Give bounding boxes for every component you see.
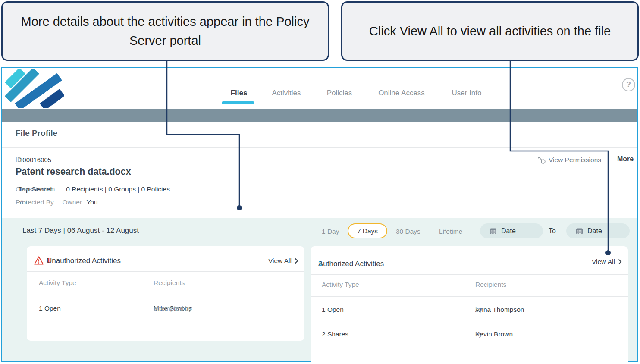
annotated-screenshot: More details about the activities appear… <box>0 0 640 364</box>
recipient-prefix: attempted by <box>154 304 192 312</box>
view-all-label: View All <box>592 258 615 266</box>
card-divider <box>27 271 304 272</box>
chevron-right-icon <box>295 258 298 264</box>
callout-policy-server-note: More details about the activities appear… <box>1 1 329 61</box>
recipient-cell: byKevin Brown <box>475 330 513 338</box>
recipient-prefix: by <box>475 306 482 314</box>
view-permissions-label: View Permissions <box>549 156 601 164</box>
tab-user-info[interactable]: User Info <box>452 89 482 97</box>
unauthorized-title: Unauthorized Activities <box>47 257 121 265</box>
recipient-cell: attempted byMike Simons <box>154 304 192 312</box>
file-id-value: 100016005 <box>19 156 51 163</box>
recipient-prefix: by <box>475 330 482 338</box>
filter-30-days[interactable]: 30 Days <box>396 228 420 235</box>
recipient-cell: byAnna Thompson <box>475 306 524 314</box>
tab-files[interactable]: Files <box>231 89 248 97</box>
company-logo-icon <box>5 69 64 108</box>
authorized-title: Authorized Activities <box>318 260 384 268</box>
view-all-label: View All <box>268 257 292 265</box>
more-button[interactable]: More <box>617 155 634 163</box>
card-divider <box>27 295 304 295</box>
owner-value: You <box>86 198 97 206</box>
chevron-right-icon <box>618 259 622 265</box>
policy-server-portal: Files Activities Policies Online Access … <box>1 67 638 362</box>
callout-text: More details about the activities appear… <box>16 12 315 50</box>
callout-text: Click View All to view all activities on… <box>369 22 611 41</box>
activity-cell: 2 Shares <box>322 330 348 338</box>
tab-activities[interactable]: Activities <box>272 89 301 97</box>
date-from-value: Date <box>501 227 516 235</box>
filter-7-days-selected[interactable]: 7 Days <box>348 223 387 238</box>
view-all-authorized-link[interactable]: View All <box>592 258 622 266</box>
date-to-value: Date <box>587 227 602 235</box>
column-header-recipients: Recipients <box>475 281 506 289</box>
unauthorized-activities-card: 1 Unauthorized Activities View All Activ… <box>27 246 304 341</box>
date-range-summary: Last 7 Days | 06 August - 12 August <box>22 226 139 235</box>
card-divider <box>311 296 628 297</box>
protected-by-label: Protected By <box>16 198 54 206</box>
column-header-activity-type: Activity Type <box>322 281 359 289</box>
authorized-activities-card: 3 Authorized Activities View All Activit… <box>311 246 628 362</box>
activity-cell: 1 Open <box>322 306 344 314</box>
activity-cell: 1 Open <box>39 304 61 312</box>
column-header-activity-type: Activity Type <box>39 279 76 287</box>
header-divider-band <box>2 109 637 122</box>
date-to-picker[interactable]: Date <box>566 223 630 238</box>
classification-row: Classification Top Secret 0 Recipients |… <box>16 185 170 193</box>
section-divider <box>2 147 637 148</box>
tab-policies[interactable]: Policies <box>327 89 352 97</box>
tab-online-access[interactable]: Online Access <box>378 89 425 97</box>
protected-owner-row: Protected By You Owner You <box>16 198 98 206</box>
date-from-picker[interactable]: Date <box>480 223 543 238</box>
calendar-icon <box>576 228 583 235</box>
callout-view-all-note: Click View All to view all activities on… <box>341 1 639 61</box>
view-all-unauthorized-link[interactable]: View All <box>268 257 298 265</box>
view-permissions-button[interactable]: View Permissions <box>537 156 601 164</box>
page-title: File Profile <box>16 129 57 138</box>
filter-1-day[interactable]: 1 Day <box>322 228 339 235</box>
filter-lifetime[interactable]: Lifetime <box>439 228 462 235</box>
column-header-recipients: Recipients <box>154 279 185 287</box>
counts-summary: 0 Recipients | 0 Groups | 0 Policies <box>66 185 170 193</box>
calendar-icon <box>489 228 497 235</box>
key-icon <box>537 156 546 164</box>
help-icon[interactable]: ? <box>622 78 635 91</box>
warning-triangle-icon <box>34 256 44 265</box>
card-divider <box>311 274 628 275</box>
active-tab-indicator <box>222 101 254 104</box>
owner-label: Owner <box>62 198 82 206</box>
to-label: To <box>549 227 556 235</box>
file-name: Patent research data.docx <box>16 166 131 177</box>
recipient-name: Anna Thompson <box>475 306 524 313</box>
classification-label: Classification <box>16 185 55 193</box>
